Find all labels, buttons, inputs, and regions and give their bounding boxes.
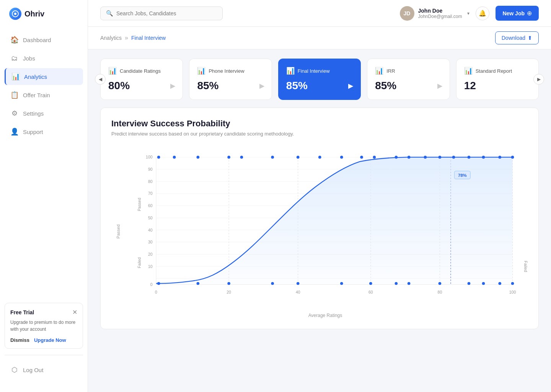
svg-point-42 [197,282,200,285]
card-value: 12 [464,80,531,92]
cards-nav-left-button[interactable]: ◀ [95,74,106,85]
user-email: JohnDoe@gmail.com [418,14,462,19]
sidebar-label-offer-train: Offer Train [23,92,50,98]
card-number: 85% [197,80,218,92]
svg-text:Passed: Passed [137,198,142,211]
svg-point-49 [408,282,411,285]
report-cards-wrapper: ◀ 📊 Candidate Ratings 80% ▶ 📊 Phone I [100,59,539,100]
card-number: 12 [464,80,476,92]
svg-point-36 [452,156,455,159]
svg-point-45 [297,282,300,285]
chart-svg: 78% 100 90 80 70 60 50 40 30 20 10 0 Pas… [134,146,516,310]
card-title: Phone Interview [209,68,244,74]
svg-text:50: 50 [148,216,153,220]
cards-nav-right-button[interactable]: ▶ [533,74,544,85]
svg-point-40 [511,156,514,159]
report-card-candidate-ratings[interactable]: 📊 Candidate Ratings 80% ▶ [100,59,183,100]
card-value: 85% ▶ [197,80,264,92]
user-name: John Doe [418,8,462,14]
svg-point-52 [482,282,485,285]
logo[interactable]: Ohriv [0,8,88,31]
chart-title: Interview Success Probability [111,119,528,129]
svg-point-51 [468,282,471,285]
free-trial-header: Free Trial ✕ [10,309,77,316]
download-label: Download [502,35,525,41]
chart-area: Interview Success Probability Predict in… [100,108,539,329]
report-card-phone-interview[interactable]: 📊 Phone Interview 85% ▶ [189,59,272,100]
bar-chart-icon: 📊 [464,67,473,75]
x-axis-label: Average Ratings [134,313,516,318]
card-title: IRR [386,68,395,74]
sidebar-divider [5,355,83,355]
svg-point-44 [271,282,274,285]
svg-text:0: 0 [150,283,153,287]
sidebar-item-jobs[interactable]: 🗂 Jobs [5,50,83,67]
svg-text:70: 70 [148,192,153,196]
upgrade-now-button[interactable]: Upgrade Now [34,337,66,343]
card-title: Candidate Ratings [120,68,161,74]
card-number: 80% [108,80,130,92]
search-input[interactable] [116,10,217,16]
analytics-icon: 📊 [12,73,20,80]
svg-text:80: 80 [148,180,153,184]
logout-label: Log Out [23,367,43,373]
sidebar-item-support[interactable]: 👤 Support [5,123,83,140]
y-axis-label-passed: Passed [116,224,121,238]
card-number: 85% [286,80,308,92]
sidebar-bottom: Free Trial ✕ Upgrade to premium to do mo… [0,297,88,384]
svg-point-31 [373,156,376,159]
free-trial-close-button[interactable]: ✕ [72,309,77,316]
free-trial-description: Upgrade to premium to do more with your … [10,319,77,333]
sidebar-item-offer-train[interactable]: 📋 Offer Train [5,87,83,103]
svg-text:90: 90 [148,167,153,172]
svg-point-38 [482,156,485,159]
report-card-standard-report[interactable]: 📊 Standard Report 12 [456,59,539,100]
jobs-icon: 🗂 [11,54,18,62]
svg-text:100: 100 [146,155,153,159]
logo-text: Ohriv [24,10,44,18]
card-arrow-icon: ▶ [170,82,175,90]
svg-text:10: 10 [148,265,153,269]
svg-point-39 [498,156,501,159]
report-card-final-interview[interactable]: 📊 Final Interview 85% ▶ [278,59,361,100]
svg-text:40: 40 [148,228,153,232]
breadcrumb-parent[interactable]: Analytics [100,35,122,41]
settings-icon: ⚙ [11,109,18,117]
svg-text:20: 20 [227,290,231,294]
new-job-button[interactable]: New Job ⊕ [496,6,539,21]
svg-point-25 [240,156,243,159]
free-trial-title: Free Trial [10,309,34,315]
dismiss-button[interactable]: Dismiss [10,337,29,343]
svg-text:Failed: Failed [137,257,142,268]
notifications-button[interactable]: 🔔 [476,7,489,20]
chart-subtitle: Predict interview success based on our p… [111,131,528,137]
svg-point-43 [227,282,230,285]
sidebar-label-support: Support [23,129,43,135]
sidebar-label-settings: Settings [23,110,44,117]
download-button[interactable]: Download ⬆ [495,31,539,44]
sidebar-item-logout[interactable]: ⬡ Log Out [5,361,83,378]
sidebar-item-settings[interactable]: ⚙ Settings [5,105,83,122]
content-area: ◀ 📊 Candidate Ratings 80% ▶ 📊 Phone I [88,49,551,392]
svg-point-47 [369,282,372,285]
svg-point-50 [439,282,442,285]
svg-text:78%: 78% [458,173,467,178]
sidebar-label-jobs: Jobs [23,55,35,62]
offer-train-icon: 📋 [11,91,18,99]
search-box[interactable]: 🔍 [100,7,223,20]
bar-chart-icon: 📊 [286,67,295,75]
search-icon: 🔍 [106,10,113,17]
svg-point-29 [340,156,343,159]
home-icon: 🏠 [11,36,18,44]
svg-text:0: 0 [155,290,157,294]
card-arrow-icon: ▶ [348,82,353,90]
card-arrow-icon: ▶ [259,82,264,90]
sidebar-item-dashboard[interactable]: 🏠 Dashboard [5,31,83,48]
card-value: 85% ▶ [286,80,353,92]
chevron-down-icon[interactable]: ▾ [467,11,469,16]
plus-icon: ⊕ [527,10,532,17]
svg-point-21 [157,156,160,159]
report-card-irr[interactable]: 📊 IRR 85% ▶ [367,59,450,100]
sidebar-item-analytics[interactable]: 📊 Analytics [5,68,83,85]
sidebar-label-dashboard: Dashboard [23,37,51,43]
